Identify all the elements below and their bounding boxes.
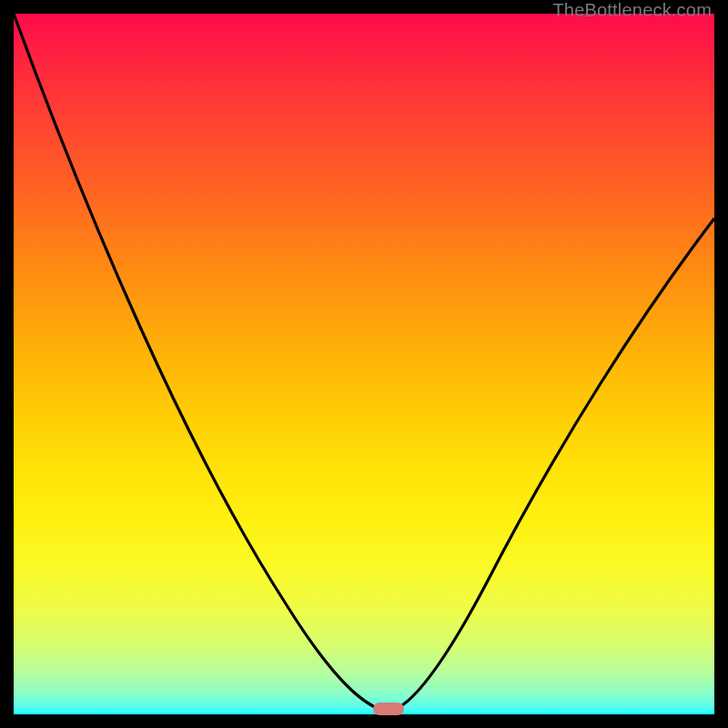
watermark-text: TheBottleneck.com xyxy=(552,0,712,21)
plot-area xyxy=(14,14,714,714)
min-marker xyxy=(373,703,404,715)
bottleneck-curve xyxy=(14,14,714,714)
chart-frame: TheBottleneck.com xyxy=(0,0,728,728)
curve-path xyxy=(14,14,714,712)
